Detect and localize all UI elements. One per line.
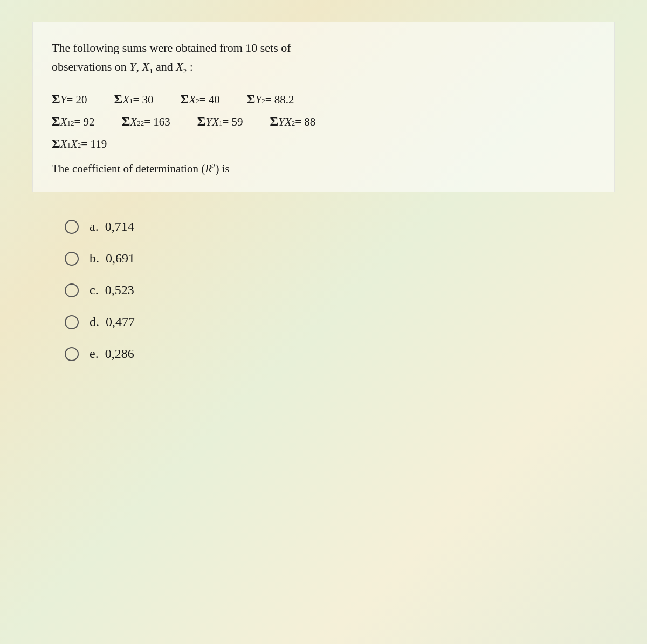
option-e-value: 0,286	[105, 347, 134, 361]
math-row-1: ΣY = 20 ΣX1 = 30 ΣX2 = 40 ΣY2 = 88.2	[52, 92, 595, 107]
main-container: The following sums were obtained from 10…	[32, 22, 615, 384]
sum-Y: ΣY = 20	[52, 92, 87, 107]
option-b-value: 0,691	[106, 251, 135, 266]
sum-X1-squared: ΣX12 = 92	[52, 114, 95, 129]
radio-e[interactable]	[65, 347, 79, 361]
option-c-value: 0,523	[105, 283, 134, 297]
option-a-label: a.	[90, 219, 99, 234]
sum-YX2: ΣYX2 = 88	[270, 114, 316, 129]
option-e-label: e.	[90, 347, 99, 361]
math-row-3: ΣX1X2 = 119	[52, 136, 595, 151]
sum-YX1: ΣYX1 = 59	[197, 114, 243, 129]
math-section: ΣY = 20 ΣX1 = 30 ΣX2 = 40 ΣY2 = 88.2 ΣX1…	[52, 92, 595, 151]
sum-X2: ΣX2 = 40	[181, 92, 220, 107]
option-b[interactable]: b. 0,691	[65, 251, 582, 266]
sum-X1: ΣX1 = 30	[114, 92, 153, 107]
radio-c[interactable]	[65, 283, 79, 297]
determination-text: The coefficient of determination (R2) is	[52, 162, 595, 176]
option-c-label: c.	[90, 283, 99, 297]
math-row-2: ΣX12 = 92 ΣX22 = 163 ΣYX1 = 59 ΣYX2 = 88	[52, 114, 595, 129]
sum-X2-squared: ΣX22 = 163	[122, 114, 170, 129]
sum-Y-squared: ΣY2 = 88.2	[247, 92, 294, 107]
option-c[interactable]: c. 0,523	[65, 283, 582, 297]
radio-a[interactable]	[65, 220, 79, 234]
radio-b[interactable]	[65, 252, 79, 266]
option-d-label: d.	[90, 315, 99, 329]
option-d-value: 0,477	[106, 315, 135, 329]
option-a[interactable]: a. 0,714	[65, 219, 582, 234]
option-a-value: 0,714	[105, 219, 134, 234]
question-box: The following sums were obtained from 10…	[32, 22, 615, 192]
radio-d[interactable]	[65, 315, 79, 329]
question-intro: The following sums were obtained from 10…	[52, 38, 595, 77]
sum-X1X2: ΣX1X2 = 119	[52, 136, 107, 151]
option-e[interactable]: e. 0,286	[65, 347, 582, 361]
options-section: a. 0,714 b. 0,691 c. 0,523 d. 0,477 e. 0…	[32, 214, 615, 384]
option-b-label: b.	[90, 251, 99, 266]
option-d[interactable]: d. 0,477	[65, 315, 582, 329]
